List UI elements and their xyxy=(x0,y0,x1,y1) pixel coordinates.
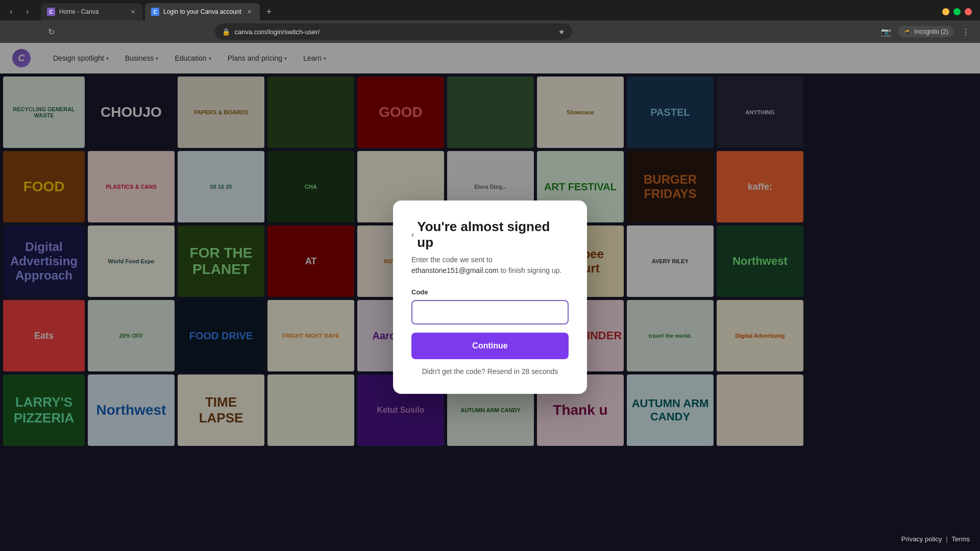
code-label: Code xyxy=(411,288,569,296)
incognito-label: Incognito (2) xyxy=(914,28,948,35)
tab-title-1: Home - Canva xyxy=(59,8,125,15)
resend-text: Didn't get the code? Resend in 28 second… xyxy=(411,367,569,375)
modal-desc-prefix: Enter the code we sent to xyxy=(411,256,493,264)
back-button[interactable]: ← xyxy=(6,23,22,40)
incognito-icon: 🥷 xyxy=(903,28,911,35)
modal-description: Enter the code we sent to ethanstone151@… xyxy=(411,255,569,276)
window-minimize[interactable] xyxy=(942,8,949,15)
star-icon: ★ xyxy=(558,28,565,36)
new-tab-button[interactable]: + xyxy=(262,5,276,19)
tab-favicon-2: C xyxy=(151,8,159,16)
tab-title-2: Login to your Canva account xyxy=(163,8,241,15)
code-input[interactable] xyxy=(411,300,569,324)
tab-close-2[interactable]: ✕ xyxy=(246,8,254,16)
browser-actions: 📷 🥷 Incognito (2) ⋮ xyxy=(878,23,974,40)
tab-home-canva[interactable]: C Home - Canva ✕ xyxy=(41,3,143,20)
back-arrow-icon: ‹ xyxy=(411,230,414,239)
tab-bar: ‹ › C Home - Canva ✕ C Login to your Can… xyxy=(0,0,980,20)
url-bar[interactable]: 🔒 canva.com/login/switch-user/ ★ xyxy=(215,23,572,40)
tab-nav-buttons: ‹ › xyxy=(4,5,35,19)
tab-nav-right[interactable]: › xyxy=(20,5,35,19)
reload-button[interactable]: ↻ xyxy=(43,23,59,40)
more-options-icon[interactable]: ⋮ xyxy=(958,23,974,40)
window-maximize[interactable] xyxy=(953,8,961,15)
tab-favicon-1: C xyxy=(47,8,55,16)
privacy-policy-link[interactable]: Privacy policy xyxy=(901,535,942,543)
canva-page: C Design spotlight ▾ Business ▾ Educatio… xyxy=(0,43,980,551)
modal-desc-suffix: to finish signing up. xyxy=(499,266,562,274)
window-close[interactable] xyxy=(965,8,972,15)
back-button-modal[interactable]: ‹ You're almost signed up xyxy=(411,219,569,251)
modal-title: You're almost signed up xyxy=(417,219,569,251)
tab-close-1[interactable]: ✕ xyxy=(129,8,137,16)
terms-link[interactable]: Terms xyxy=(952,535,970,543)
address-bar: ← → ↻ 🔒 canva.com/login/switch-user/ ★ 📷… xyxy=(0,20,980,43)
footer-links: Privacy policy | Terms xyxy=(901,535,970,543)
camera-icon[interactable]: 📷 xyxy=(878,23,894,40)
signup-modal: ‹ You're almost signed up Enter the code… xyxy=(393,201,587,394)
browser-chrome: ‹ › C Home - Canva ✕ C Login to your Can… xyxy=(0,0,980,43)
modal-email: ethanstone151@gmail.com xyxy=(411,266,499,274)
forward-button[interactable]: → xyxy=(24,23,41,40)
lock-icon: 🔒 xyxy=(222,28,230,36)
tab-nav-left[interactable]: ‹ xyxy=(4,5,18,19)
modal-overlay: ‹ You're almost signed up Enter the code… xyxy=(0,43,980,551)
url-text: canva.com/login/switch-user/ xyxy=(234,28,554,36)
browser-nav-buttons: ← → ↻ xyxy=(6,23,59,40)
continue-button[interactable]: Continue xyxy=(411,333,569,359)
tab-login-canva[interactable]: C Login to your Canva account ✕ xyxy=(145,3,260,20)
incognito-badge: 🥷 Incognito (2) xyxy=(898,26,953,37)
window-controls xyxy=(942,8,976,15)
footer-separator: | xyxy=(946,535,947,543)
